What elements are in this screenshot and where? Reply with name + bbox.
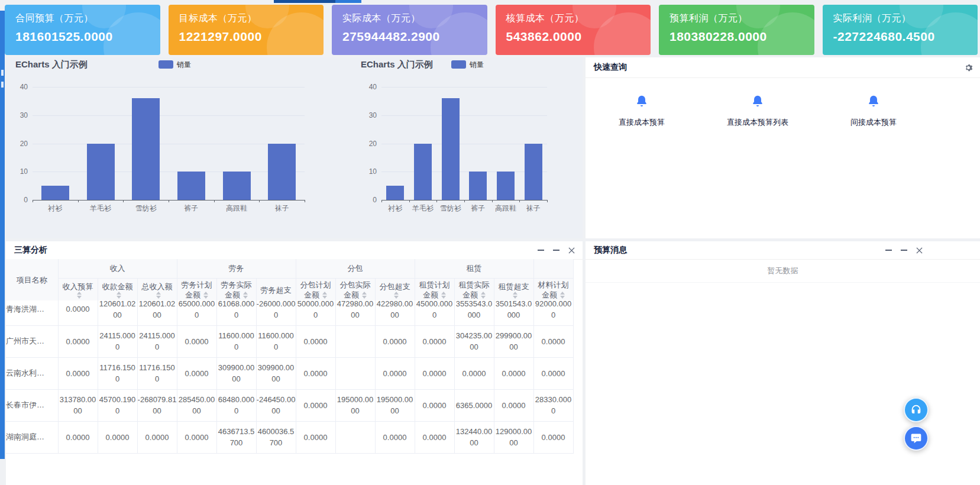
sort-carets[interactable] <box>203 292 208 299</box>
sort-carets[interactable] <box>77 292 82 299</box>
sort-carets[interactable] <box>322 292 327 299</box>
kpi-card[interactable]: 实际利润（万元）-227224680.4500 <box>823 5 978 55</box>
chart-bar <box>177 172 205 200</box>
value-cell: 50000.0000 <box>296 300 335 325</box>
axis-tick <box>436 200 437 202</box>
kpi-card[interactable]: 预算利润（万元）180380228.0000 <box>659 5 814 55</box>
sort-carets[interactable] <box>394 292 399 299</box>
grid-line <box>381 172 547 172</box>
sort-carets[interactable] <box>441 292 446 299</box>
column-header-label2: 金额 <box>296 290 335 300</box>
analysis-table-head: 项目名称收入劳务分包租赁收入预算收款金额总收入额劳务计划金额劳务实际金额劳务超支… <box>6 259 574 302</box>
value-cell: 0.0000 <box>415 325 454 357</box>
value-cell: -268079.8100 <box>137 389 177 421</box>
column-header[interactable]: 租赁计划金额 <box>415 279 454 302</box>
column-header[interactable]: 分包实际金额 <box>335 279 375 302</box>
sort-up-icon <box>322 292 327 295</box>
axis-tick <box>169 200 169 202</box>
customer-service-button[interactable] <box>904 397 929 422</box>
kpi-card[interactable]: 目标成本（万元）1221297.0000 <box>169 5 324 55</box>
grid-line <box>33 87 305 88</box>
grid-line <box>381 87 547 88</box>
table-row[interactable]: 青海洪湖…0.0000120601.0200120601.020065000.0… <box>6 300 573 325</box>
sort-carets[interactable] <box>560 292 565 299</box>
kpi-card-value: 275944482.2900 <box>342 30 487 44</box>
column-header[interactable]: 劳务计划金额 <box>177 279 216 302</box>
axis-tick <box>214 200 215 202</box>
headset-icon <box>910 403 923 416</box>
axis-tick <box>519 200 520 202</box>
table-row[interactable]: 云南水利…0.000011716.150011716.15000.0000309… <box>6 357 573 389</box>
value-cell: 24115.0000 <box>98 325 137 357</box>
menu-icon[interactable] <box>900 246 908 254</box>
y-axis-label: 10 <box>9 167 28 176</box>
column-header[interactable]: 总收入额 <box>137 279 177 302</box>
value-cell: 422980.0000 <box>375 300 415 325</box>
column-header[interactable]: 劳务实际金额 <box>216 279 256 302</box>
sort-carets[interactable] <box>117 292 121 299</box>
x-axis-label: 雪纺衫 <box>123 203 169 214</box>
column-header[interactable]: 收入预算 <box>58 279 98 302</box>
value-cell: 299900.0000 <box>494 325 533 357</box>
column-header[interactable]: 分包计划金额 <box>296 279 335 302</box>
chat-button[interactable] <box>904 426 929 451</box>
minimize-icon[interactable] <box>884 246 892 254</box>
value-cell: 0.0000 <box>415 389 454 421</box>
value-cell: 120601.0200 <box>98 300 137 325</box>
column-group-header: 收入 <box>58 259 177 279</box>
table-row[interactable]: 湖南洞庭…0.00000.00000.00000.00004636713.570… <box>6 421 573 453</box>
chart-bar <box>525 144 542 201</box>
kpi-card[interactable]: 合同预算（万元）181601525.0000 <box>5 5 160 55</box>
kpi-card[interactable]: 核算成本（万元）543862.0000 <box>496 5 651 55</box>
column-header[interactable]: 租赁实际金额 <box>454 279 494 302</box>
charts-panel: ECharts 入门示例销量010203040衬衫羊毛衫雪纺衫裤子高跟鞋袜子EC… <box>6 57 583 238</box>
quick-query-item[interactable]: 间接成本预算 <box>835 95 912 128</box>
column-header[interactable]: 分包超支 <box>375 279 415 302</box>
value-cell: 0.0000 <box>296 357 335 389</box>
value-cell: 0.0000 <box>58 325 98 357</box>
sort-up-icon <box>156 292 161 295</box>
close-icon[interactable] <box>567 246 575 254</box>
quick-query-item[interactable]: 直接成本预算 <box>603 95 680 128</box>
table-row[interactable]: 广州市天…0.000024115.000024115.00000.0000116… <box>6 325 573 357</box>
kpi-card[interactable]: 实际成本（万元）275944482.2900 <box>332 5 487 55</box>
menu-icon[interactable] <box>552 246 560 254</box>
column-header-project: 项目名称 <box>6 259 58 302</box>
value-cell: 11716.1500 <box>137 357 177 389</box>
chart-legend[interactable]: 销量 <box>159 60 191 69</box>
x-axis-label: 高跟鞋 <box>492 203 520 214</box>
table-row[interactable]: 长春市伊…313780.000045700.1900-268079.810028… <box>6 389 573 421</box>
y-axis-label: 10 <box>358 167 377 176</box>
value-cell: 92000.0000 <box>533 300 573 325</box>
chart-legend[interactable]: 销量 <box>451 60 484 69</box>
column-header[interactable]: 收款金额 <box>98 279 137 302</box>
column-header-sub: 金额 <box>542 290 557 300</box>
column-header[interactable]: 材料计划金额 <box>533 279 573 302</box>
sort-up-icon <box>203 292 208 295</box>
column-header-label: 材料计划 <box>534 280 573 290</box>
sort-down-icon <box>117 296 121 299</box>
column-header-label2 <box>98 292 137 299</box>
quick-query-item[interactable]: 直接成本预算列表 <box>719 95 796 128</box>
minimize-icon[interactable] <box>536 246 545 254</box>
kpi-card-value: 181601525.0000 <box>15 30 160 44</box>
column-header-sub: 金额 <box>225 290 240 300</box>
column-header-label2 <box>138 292 177 299</box>
column-header-sub: 金额 <box>462 290 478 300</box>
sort-carets[interactable] <box>243 292 248 299</box>
value-cell: 313780.0000 <box>58 389 98 421</box>
chart-bar <box>469 172 487 200</box>
column-header-label2: 金额 <box>534 290 573 300</box>
sort-carets[interactable] <box>156 292 161 299</box>
value-cell: 45000.0000 <box>415 300 454 325</box>
sort-carets[interactable] <box>481 292 486 299</box>
close-icon[interactable] <box>915 246 923 254</box>
left-edge-strip[interactable] <box>0 11 5 459</box>
y-axis-label: 30 <box>358 111 377 119</box>
gear-icon[interactable] <box>964 63 973 72</box>
y-axis-label: 0 <box>358 196 377 204</box>
x-axis-label: 羊毛衫 <box>78 203 124 214</box>
sort-carets[interactable] <box>362 292 367 299</box>
sort-carets[interactable] <box>513 292 518 299</box>
column-header[interactable]: 租赁超支 <box>494 279 533 302</box>
